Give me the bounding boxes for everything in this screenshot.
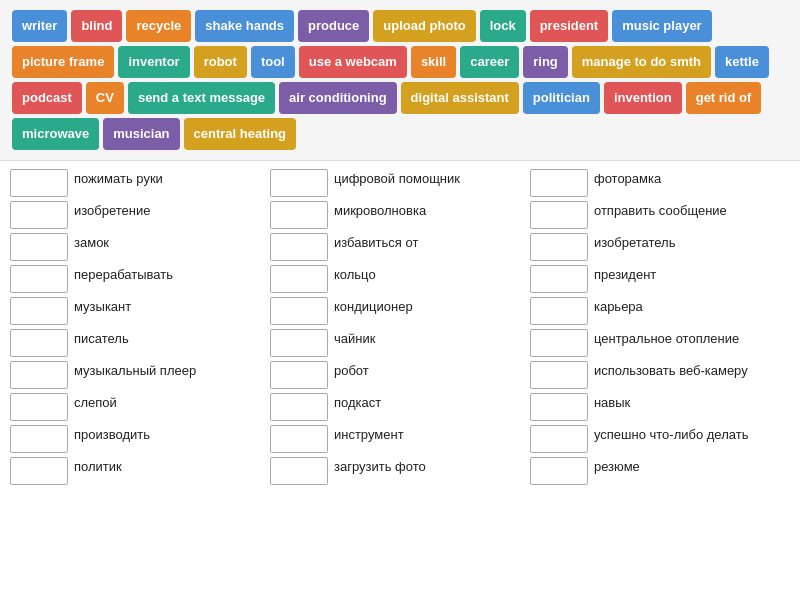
- drop-box-8-0[interactable]: [10, 425, 68, 453]
- match-label-3-0: перерабатывать: [74, 265, 173, 284]
- match-col-9-2: резюме: [530, 457, 790, 485]
- match-label-4-0: музыкант: [74, 297, 131, 316]
- drop-box-6-1[interactable]: [270, 361, 328, 389]
- drop-box-5-0[interactable]: [10, 329, 68, 357]
- drop-box-8-1[interactable]: [270, 425, 328, 453]
- drop-box-4-1[interactable]: [270, 297, 328, 325]
- match-label-9-0: политик: [74, 457, 122, 476]
- match-row: политикзагрузить фоторезюме: [10, 457, 790, 485]
- word-chip-ring[interactable]: ring: [523, 46, 568, 78]
- word-chip-picture-frame[interactable]: picture frame: [12, 46, 114, 78]
- drop-box-3-2[interactable]: [530, 265, 588, 293]
- drop-box-9-1[interactable]: [270, 457, 328, 485]
- word-chip-recycle[interactable]: recycle: [126, 10, 191, 42]
- drop-box-1-0[interactable]: [10, 201, 68, 229]
- word-chip-invention[interactable]: invention: [604, 82, 682, 114]
- match-row: музыканткондиционеркарьера: [10, 297, 790, 325]
- match-label-7-2: навык: [594, 393, 630, 412]
- word-chip-send-text[interactable]: send a text message: [128, 82, 275, 114]
- word-chip-shake-hands[interactable]: shake hands: [195, 10, 294, 42]
- word-chip-microwave[interactable]: microwave: [12, 118, 99, 150]
- match-col-6-1: робот: [270, 361, 530, 389]
- drop-box-6-2[interactable]: [530, 361, 588, 389]
- drop-box-6-0[interactable]: [10, 361, 68, 389]
- word-chip-get-rid[interactable]: get rid of: [686, 82, 762, 114]
- match-col-3-0: перерабатывать: [10, 265, 270, 293]
- word-chip-kettle[interactable]: kettle: [715, 46, 769, 78]
- drop-box-0-1[interactable]: [270, 169, 328, 197]
- drop-box-1-1[interactable]: [270, 201, 328, 229]
- match-col-2-2: изобретатель: [530, 233, 790, 261]
- match-label-5-2: центральное отопление: [594, 329, 739, 348]
- drop-box-4-0[interactable]: [10, 297, 68, 325]
- match-col-5-1: чайник: [270, 329, 530, 357]
- word-chip-lock[interactable]: lock: [480, 10, 526, 42]
- word-chip-cv[interactable]: CV: [86, 82, 124, 114]
- match-label-2-0: замок: [74, 233, 109, 252]
- word-chip-podcast[interactable]: podcast: [12, 82, 82, 114]
- drop-box-0-0[interactable]: [10, 169, 68, 197]
- word-chip-blind[interactable]: blind: [71, 10, 122, 42]
- word-chip-career[interactable]: career: [460, 46, 519, 78]
- drop-box-2-0[interactable]: [10, 233, 68, 261]
- match-label-1-2: отправить сообщение: [594, 201, 727, 220]
- word-chip-politician[interactable]: politician: [523, 82, 600, 114]
- match-label-2-1: избавиться от: [334, 233, 418, 252]
- match-col-4-1: кондиционер: [270, 297, 530, 325]
- match-label-7-0: слепой: [74, 393, 117, 412]
- match-label-0-1: цифровой помощник: [334, 169, 460, 188]
- match-row: пожимать рукицифровой помощникфоторамка: [10, 169, 790, 197]
- drop-box-7-2[interactable]: [530, 393, 588, 421]
- match-table: пожимать рукицифровой помощникфоторамкаи…: [0, 161, 800, 497]
- match-label-4-2: карьера: [594, 297, 643, 316]
- match-row: музыкальный плеерроботиспользовать веб-к…: [10, 361, 790, 389]
- word-chip-skill[interactable]: skill: [411, 46, 456, 78]
- drop-box-7-1[interactable]: [270, 393, 328, 421]
- word-chip-tool[interactable]: tool: [251, 46, 295, 78]
- drop-box-4-2[interactable]: [530, 297, 588, 325]
- word-chip-central-heat[interactable]: central heating: [184, 118, 296, 150]
- word-chip-inventor[interactable]: inventor: [118, 46, 189, 78]
- word-chip-digital-asst[interactable]: digital assistant: [401, 82, 519, 114]
- match-label-4-1: кондиционер: [334, 297, 413, 316]
- drop-box-2-1[interactable]: [270, 233, 328, 261]
- drop-box-3-1[interactable]: [270, 265, 328, 293]
- word-chip-robot[interactable]: robot: [194, 46, 247, 78]
- match-label-3-2: президент: [594, 265, 656, 284]
- word-chip-air-cond[interactable]: air conditioning: [279, 82, 397, 114]
- match-col-5-0: писатель: [10, 329, 270, 357]
- match-label-6-2: использовать веб-камеру: [594, 361, 748, 380]
- drop-box-0-2[interactable]: [530, 169, 588, 197]
- word-chip-upload-photo[interactable]: upload photo: [373, 10, 475, 42]
- drop-box-7-0[interactable]: [10, 393, 68, 421]
- word-bank: writerblindrecycleshake handsproduceuplo…: [0, 0, 800, 161]
- drop-box-1-2[interactable]: [530, 201, 588, 229]
- match-row: замокизбавиться отизобретатель: [10, 233, 790, 261]
- drop-box-9-2[interactable]: [530, 457, 588, 485]
- drop-box-3-0[interactable]: [10, 265, 68, 293]
- match-col-2-0: замок: [10, 233, 270, 261]
- drop-box-5-2[interactable]: [530, 329, 588, 357]
- match-col-3-2: президент: [530, 265, 790, 293]
- match-label-8-2: успешно что-либо делать: [594, 425, 749, 444]
- word-chip-writer[interactable]: writer: [12, 10, 67, 42]
- drop-box-5-1[interactable]: [270, 329, 328, 357]
- word-chip-manage-smth[interactable]: manage to do smth: [572, 46, 711, 78]
- match-col-9-0: политик: [10, 457, 270, 485]
- match-label-9-2: резюме: [594, 457, 640, 476]
- match-label-5-0: писатель: [74, 329, 129, 348]
- drop-box-2-2[interactable]: [530, 233, 588, 261]
- match-label-9-1: загрузить фото: [334, 457, 426, 476]
- drop-box-8-2[interactable]: [530, 425, 588, 453]
- match-row: писательчайникцентральное отопление: [10, 329, 790, 357]
- word-chip-musician[interactable]: musician: [103, 118, 179, 150]
- match-col-9-1: загрузить фото: [270, 457, 530, 485]
- match-row: перерабатыватькольцопрезидент: [10, 265, 790, 293]
- word-chip-use-webcam[interactable]: use a webcam: [299, 46, 407, 78]
- drop-box-9-0[interactable]: [10, 457, 68, 485]
- word-chip-music-player[interactable]: music player: [612, 10, 712, 42]
- match-label-2-2: изобретатель: [594, 233, 676, 252]
- match-label-0-2: фоторамка: [594, 169, 661, 188]
- word-chip-produce[interactable]: produce: [298, 10, 369, 42]
- word-chip-president[interactable]: president: [530, 10, 609, 42]
